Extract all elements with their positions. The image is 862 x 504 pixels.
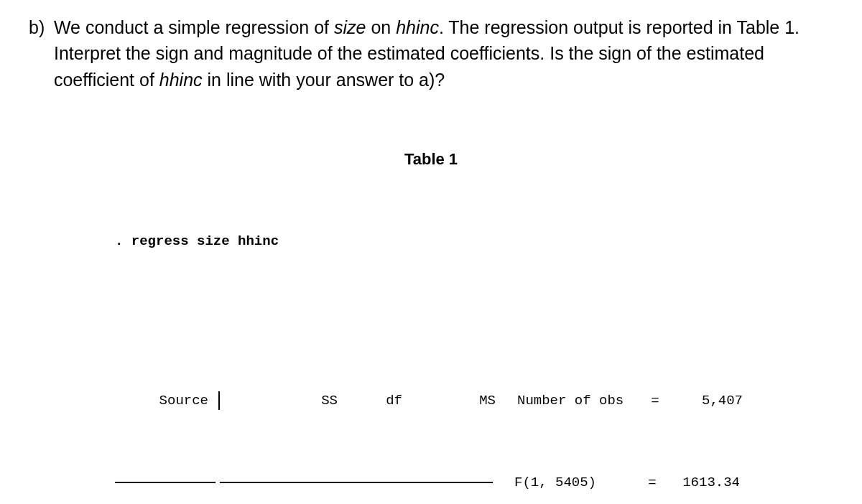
anova-rule-row-1: F(1, 5405) = 1613.34 — [115, 473, 833, 492]
stat-nobs-eq: = — [646, 393, 664, 409]
question-b: b) We conduct a simple regression of siz… — [29, 14, 833, 93]
header-source: Source — [115, 393, 216, 409]
var-hhinc: hhinc — [396, 17, 439, 37]
stat-f-label: F(1, 5405) — [514, 475, 644, 490]
question-text: We conduct a simple regression of size o… — [54, 14, 830, 93]
stat-f-eq: = — [644, 475, 661, 490]
stat-f-val: 1613.34 — [661, 475, 740, 490]
stat-nobs-val: 5,407 — [664, 393, 743, 409]
var-hhinc-2: hhinc — [159, 70, 203, 90]
var-size: size — [334, 17, 366, 37]
anova-header-row: Source SS df MS Number of obs = 5,407 — [115, 391, 833, 410]
header-ms: MS — [402, 393, 496, 409]
anova-block: Source SS df MS Number of obs = 5,407 F(… — [115, 328, 833, 504]
stata-command: . regress size hhinc — [115, 233, 833, 249]
header-df: df — [338, 393, 402, 409]
vrule — [218, 391, 220, 410]
question-label: b) — [29, 14, 49, 40]
stat-nobs-label: Number of obs — [517, 393, 646, 409]
header-ss: SS — [223, 393, 338, 409]
table-title: Table 1 — [29, 150, 833, 169]
stata-output: . regress size hhinc Source SS df MS Num… — [115, 186, 833, 504]
